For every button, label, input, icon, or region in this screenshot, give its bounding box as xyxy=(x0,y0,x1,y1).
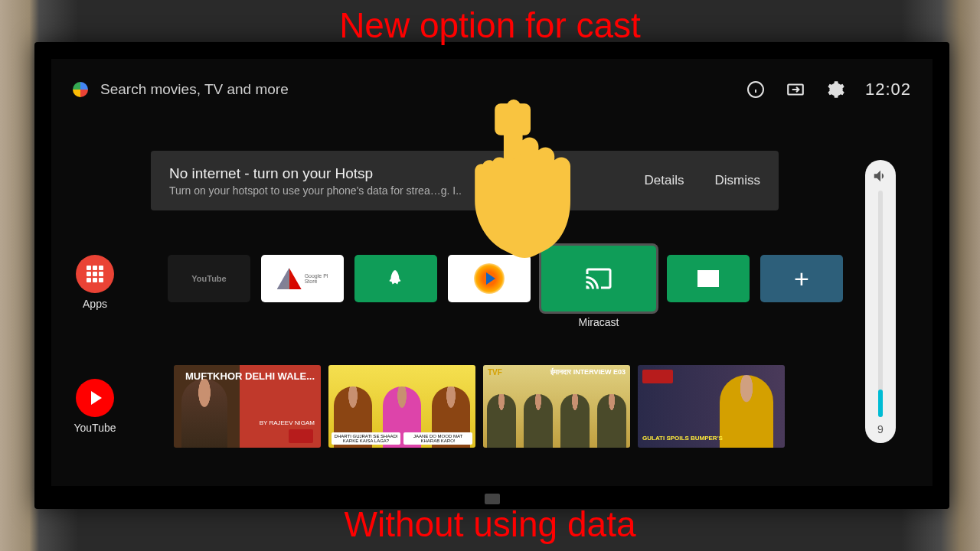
app-tile-playstore[interactable]: Google PlStore xyxy=(261,255,344,302)
video-thumb-1[interactable]: MUFTKHOR DELHI WALE... BY RAJEEV NIGAM xyxy=(174,365,321,448)
app-tile-mxplayer[interactable] xyxy=(448,255,531,302)
svg-rect-5 xyxy=(507,99,521,159)
volume-track xyxy=(878,191,883,417)
overlay-caption-top: New option for cast xyxy=(339,5,641,46)
settings-gear-icon[interactable] xyxy=(825,80,845,99)
mx-player-icon xyxy=(474,263,505,294)
thumb-2-caption-2: JAANE DO MOOD MAT KHARAB KARO! xyxy=(403,432,472,445)
app-tile-launcher[interactable] xyxy=(354,255,437,302)
play-store-icon xyxy=(277,268,302,289)
miracast-label: Miracast xyxy=(579,316,619,328)
youtube-icon xyxy=(76,379,114,417)
apps-label: Apps xyxy=(83,298,107,310)
youtube-section: YouTube MUFTKHOR DELHI WALE... BY RAJEEV… xyxy=(73,365,911,448)
youtube-channel[interactable]: YouTube xyxy=(73,379,117,434)
app-tile-generic[interactable] xyxy=(667,255,750,302)
info-icon[interactable] xyxy=(746,80,766,99)
youtube-logo-icon: YouTube xyxy=(191,274,226,283)
thumb-1-subtitle: BY RAJEEV NIGAM xyxy=(260,419,315,426)
thumb-2-caption-1: DHARTI GUJRATI SE SHAADI KARKE KAISA LAG… xyxy=(332,432,400,445)
apps-launcher[interactable]: Apps xyxy=(73,255,117,310)
cast-icon xyxy=(582,265,616,292)
pointing-hand-icon xyxy=(471,99,570,262)
thumb-1-title: MUFTKHOR DELHI WALE... xyxy=(185,371,315,382)
notification-bar: No internet - turn on your Hotsp Turn on… xyxy=(151,151,779,210)
apps-grid-icon xyxy=(76,255,114,293)
overlay-caption-bottom: Without using data xyxy=(344,504,635,545)
mi-logo-icon xyxy=(485,494,500,504)
apps-section: Apps YouTube Google PlStore xyxy=(73,255,911,311)
volume-level: 9 xyxy=(877,423,884,435)
thumb-4-caption: GULATI SPOILS BUMPER'S xyxy=(642,435,723,442)
input-source-icon[interactable] xyxy=(786,80,805,99)
search-input[interactable]: Search movies, TV and more xyxy=(100,81,746,98)
volume-icon xyxy=(872,168,889,184)
app-tile-add[interactable]: + xyxy=(760,255,843,302)
thumb-3-tag: TVF xyxy=(488,368,502,377)
plus-icon: + xyxy=(794,264,809,294)
dismiss-button[interactable]: Dismiss xyxy=(715,173,761,188)
rocket-icon xyxy=(386,269,406,289)
app-icon xyxy=(697,270,719,287)
assistant-icon[interactable] xyxy=(73,82,88,97)
video-thumb-3[interactable]: TVF ईमानदार INTERVIEW E03 xyxy=(483,365,630,448)
clock: 12:02 xyxy=(865,80,911,99)
video-thumb-4[interactable]: GULATI SPOILS BUMPER'S xyxy=(638,365,785,448)
app-tile-youtube[interactable]: YouTube xyxy=(168,255,250,302)
volume-slider[interactable]: 9 xyxy=(865,160,896,443)
video-thumb-2[interactable]: DHARTI GUJRATI SE SHAADI KARKE KAISA LAG… xyxy=(328,365,475,448)
details-button[interactable]: Details xyxy=(645,173,684,188)
youtube-label: YouTube xyxy=(74,422,116,434)
